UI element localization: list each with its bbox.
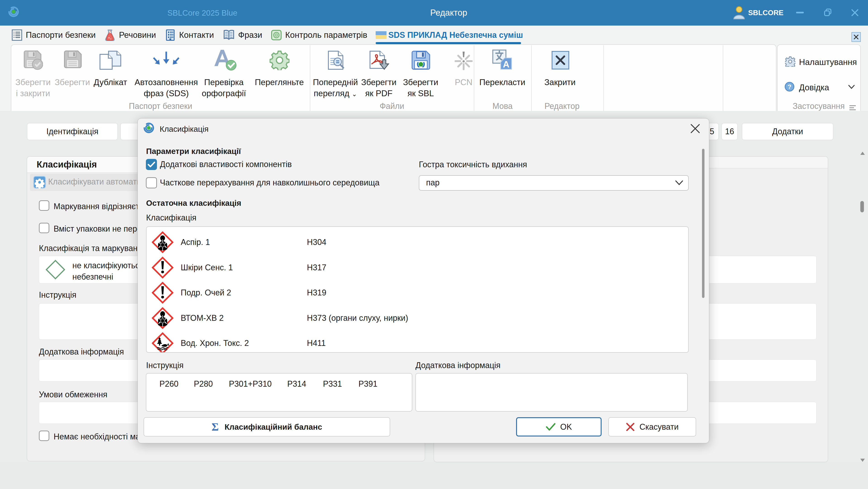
svg-text:A: A: [503, 59, 509, 69]
svg-text:?: ?: [788, 83, 792, 90]
